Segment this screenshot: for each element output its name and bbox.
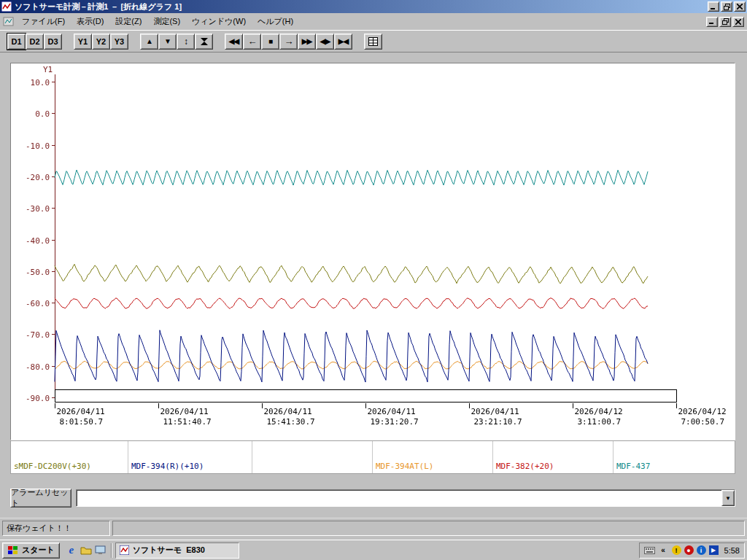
scroll-both-button[interactable]: ↕ bbox=[177, 34, 195, 50]
minimize-icon bbox=[711, 4, 716, 9]
y1-button[interactable]: Y1 bbox=[74, 34, 92, 50]
menu-item-measure[interactable]: 測定(S) bbox=[147, 14, 186, 29]
y2-button[interactable]: Y2 bbox=[92, 34, 110, 50]
play-status-icon[interactable]: ▶ bbox=[709, 545, 719, 555]
status-bar: 保存ウェイト！！ bbox=[0, 518, 747, 538]
scroll-button-group: ▲ ▼ ↕ bbox=[140, 34, 213, 50]
arrow-up-down-icon: ↕ bbox=[184, 37, 187, 46]
triangles-out-icon: ◀▶ bbox=[320, 38, 330, 45]
legend-channel-1: sMDF-DC200V(+30) CH1 [℃] -52.5 bbox=[11, 441, 128, 473]
d1-button[interactable]: D1 bbox=[7, 34, 26, 50]
taskbar-divider bbox=[111, 543, 112, 558]
menu-item-file[interactable]: ファイル(F) bbox=[16, 14, 71, 29]
channel-legend: sMDF-DC200V(+30) CH1 [℃] -52.5 MDF-394(R… bbox=[10, 440, 735, 474]
task-button-softthermo[interactable]: ソフトサーモ E830 bbox=[115, 542, 239, 559]
windows-taskbar: スタート e ソフトサーモ E83 bbox=[0, 540, 747, 560]
menu-item-settings[interactable]: 設定(Z) bbox=[109, 14, 147, 29]
menu-item-help[interactable]: ヘルプ(H) bbox=[252, 14, 299, 29]
task-button-label: ソフトサーモ E830 bbox=[133, 545, 205, 556]
stop-button[interactable]: ■ bbox=[261, 34, 279, 50]
legend-channel-6: MDF-437 CH6 [℃] -19.2 bbox=[614, 441, 735, 473]
stop-icon: ■ bbox=[268, 38, 272, 45]
alarm-combobox[interactable]: ▼ bbox=[76, 489, 735, 507]
line-chart-panel bbox=[10, 63, 735, 440]
legend-channel-4: MDF-394AT(L) CH4 [℃] -80.2 bbox=[373, 441, 493, 473]
close-icon bbox=[735, 19, 741, 25]
info-icon[interactable]: i bbox=[697, 545, 706, 555]
d2-button[interactable]: D2 bbox=[26, 34, 44, 50]
channel-sensor-name: MDF-394(R)(+10) bbox=[131, 462, 249, 471]
legend-channel-2: MDF-394(R)(+10) CH2 [℃] -70.4 bbox=[128, 441, 252, 473]
channel-sensor-name: MDF-394AT(L) bbox=[376, 462, 489, 471]
status-message-cell: 保存ウェイト！！ bbox=[2, 521, 110, 536]
channel-sensor-name: MDF-382(+20) bbox=[496, 462, 610, 471]
menu-item-window[interactable]: ウィンドウ(W) bbox=[186, 14, 252, 29]
start-button[interactable]: スタート bbox=[2, 542, 60, 559]
chevron-down-icon: ▼ bbox=[725, 495, 731, 502]
show-desktop-icon[interactable] bbox=[93, 543, 108, 558]
fast-rewind-icon: ◀◀ bbox=[229, 38, 239, 45]
step-forward-button[interactable]: → bbox=[279, 34, 298, 50]
toolbar: D1 D2 D3 Y1 Y2 Y3 ▲ ▼ ↕ bbox=[0, 30, 747, 52]
warning-icon[interactable]: ! bbox=[672, 545, 681, 555]
data-table-button[interactable] bbox=[364, 34, 382, 50]
fast-rewind-button[interactable]: ◀◀ bbox=[225, 34, 243, 50]
table-grid-icon bbox=[368, 37, 378, 46]
mdi-close-button[interactable] bbox=[732, 17, 744, 27]
d3-button[interactable]: D3 bbox=[44, 34, 62, 50]
hourglass-icon bbox=[200, 37, 209, 46]
status-extra-cell bbox=[112, 521, 745, 536]
legend-channel-5: MDF-382(+20) CH5 [℃] -61.7 bbox=[493, 441, 614, 473]
taskbar-clock[interactable]: 5:58 bbox=[724, 546, 740, 555]
alarm-reset-button[interactable]: アラームリセット bbox=[10, 489, 71, 508]
task-app-icon bbox=[120, 545, 129, 555]
transport-button-group: ◀◀ ← ■ → ▶▶ ◀▶ ▶◀ bbox=[225, 34, 352, 50]
hidden-icons-chevron-icon[interactable]: « bbox=[658, 545, 669, 556]
arrow-down-icon: ▼ bbox=[164, 38, 171, 45]
display-button-group: D1 D2 D3 bbox=[7, 34, 62, 50]
jump-start-button[interactable]: ◀▶ bbox=[316, 34, 334, 50]
y-axis-button-group: Y1 Y2 Y3 bbox=[74, 34, 128, 50]
minimize-button[interactable] bbox=[708, 1, 719, 12]
fast-forward-icon: ▶▶ bbox=[302, 38, 311, 45]
alert-icon[interactable]: ● bbox=[684, 545, 694, 555]
system-tray: « ! ● i ▶ 5:58 bbox=[639, 542, 745, 559]
window-title: ソフトサーモ計測－計測1 － [折れ線グラフ 1] bbox=[15, 1, 706, 12]
table-view-group bbox=[364, 34, 382, 50]
alarm-combobox-value[interactable] bbox=[77, 490, 721, 506]
restore-icon bbox=[722, 18, 729, 25]
scroll-up-button[interactable]: ▲ bbox=[140, 34, 158, 50]
mdi-child-icon bbox=[3, 17, 15, 27]
triangles-in-icon: ▶◀ bbox=[338, 38, 348, 45]
arrow-left-icon: ← bbox=[248, 36, 257, 46]
scroll-down-button[interactable]: ▼ bbox=[158, 34, 177, 50]
menu-item-view[interactable]: 表示(D) bbox=[71, 14, 109, 29]
arrow-up-icon: ▲ bbox=[146, 38, 152, 45]
start-button-label: スタート bbox=[22, 545, 55, 556]
close-icon bbox=[737, 4, 743, 9]
restore-icon bbox=[724, 4, 730, 10]
menu-bar: ファイル(F) 表示(D) 設定(Z) 測定(S) ウィンドウ(W) ヘルプ(H… bbox=[0, 13, 747, 30]
mdi-restore-button[interactable] bbox=[719, 17, 731, 27]
minimize-icon bbox=[709, 19, 715, 24]
legend-channel-3: CH3 [℃] ----- bbox=[252, 441, 373, 473]
arrow-right-icon: → bbox=[285, 36, 293, 46]
restore-button[interactable] bbox=[721, 1, 732, 12]
close-button[interactable] bbox=[734, 1, 746, 12]
windows-logo-icon bbox=[7, 545, 19, 556]
channel-sensor-name: sMDF-DC200V(+30) bbox=[14, 462, 125, 471]
hourglass-button[interactable] bbox=[195, 34, 213, 50]
mdi-minimize-button[interactable] bbox=[706, 17, 718, 27]
title-bar: ソフトサーモ計測－計測1 － [折れ線グラフ 1] bbox=[0, 0, 747, 13]
keyboard-icon[interactable] bbox=[644, 545, 655, 556]
status-text: 保存ウェイト！！ bbox=[7, 523, 71, 534]
browser-icon[interactable]: e bbox=[64, 543, 79, 558]
fast-forward-button[interactable]: ▶▶ bbox=[298, 34, 316, 50]
folder-icon[interactable] bbox=[79, 543, 93, 558]
app-icon bbox=[1, 1, 12, 12]
line-chart-canvas[interactable] bbox=[11, 63, 735, 440]
y3-button[interactable]: Y3 bbox=[110, 34, 128, 50]
jump-end-button[interactable]: ▶◀ bbox=[334, 34, 352, 50]
step-back-button[interactable]: ← bbox=[243, 34, 261, 50]
combobox-dropdown-button[interactable]: ▼ bbox=[721, 490, 735, 506]
